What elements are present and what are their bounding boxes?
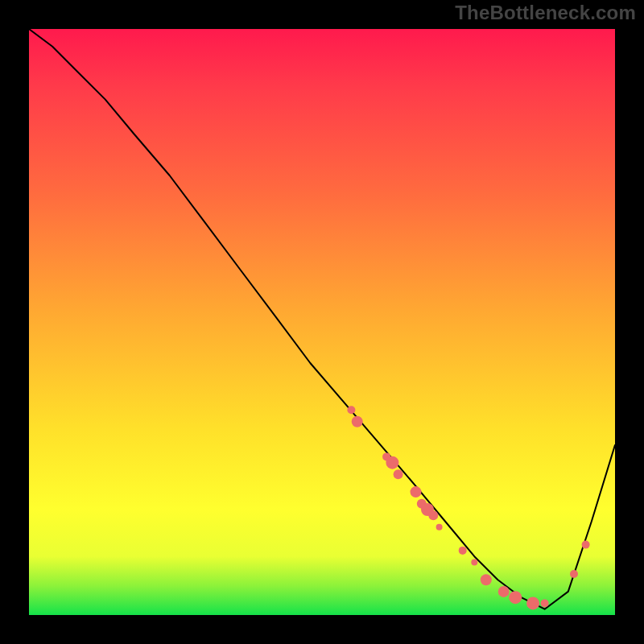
scatter-point [352, 416, 363, 427]
curve-path [29, 29, 615, 609]
scatter-points [347, 406, 589, 609]
scatter-point [394, 469, 403, 479]
scatter-point [459, 547, 467, 555]
plot-area [29, 29, 615, 615]
scatter-point [481, 574, 492, 585]
scatter-point [509, 591, 522, 604]
scatter-point [582, 541, 590, 549]
scatter-point [498, 586, 510, 597]
chart-frame: TheBottleneck.com [0, 0, 644, 644]
scatter-point [471, 559, 477, 566]
scatter-point [570, 570, 578, 578]
scatter-point [428, 510, 438, 520]
scatter-point [411, 486, 422, 497]
watermark-text: TheBottleneck.com [455, 2, 636, 24]
scatter-point [436, 524, 443, 530]
scatter-point [386, 456, 398, 469]
scatter-point [526, 597, 539, 609]
scatter-point [541, 599, 549, 607]
chart-svg [29, 29, 615, 615]
scatter-point [347, 406, 355, 414]
